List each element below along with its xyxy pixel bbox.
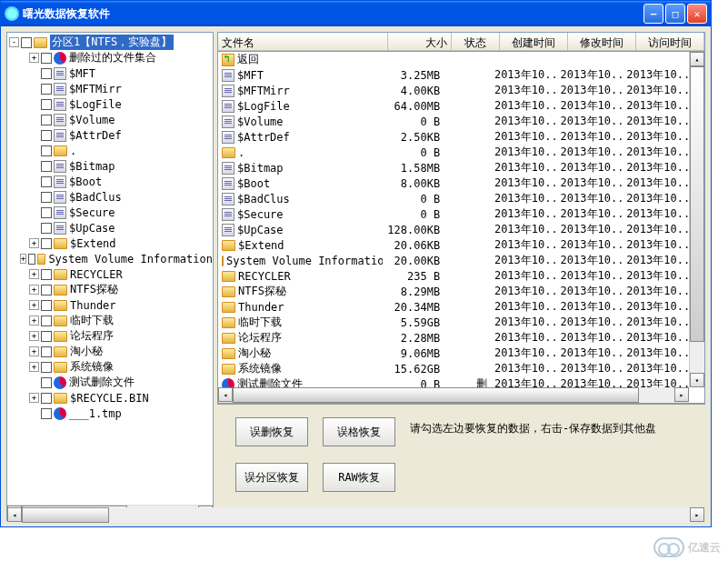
expand-icon[interactable]: + xyxy=(20,254,26,264)
scroll-left-icon[interactable]: ◂ xyxy=(218,387,233,402)
checkbox[interactable] xyxy=(41,68,52,79)
list-row[interactable]: $Volume0 B2013年10...2013年10...2013年10... xyxy=(218,114,689,129)
col-atime[interactable]: 访问时间 xyxy=(636,33,704,51)
titlebar[interactable]: 曙光数据恢复软件 — □ ✕ xyxy=(1,1,711,26)
expand-icon[interactable]: + xyxy=(29,331,39,341)
tree-item[interactable]: $MFTMirr xyxy=(7,81,213,96)
checkbox[interactable] xyxy=(41,84,52,95)
list-row[interactable]: $Bitmap1.58MB2013年10...2013年10...2013年10… xyxy=(218,160,689,175)
scroll-down-icon[interactable]: ▾ xyxy=(690,373,704,387)
list-row[interactable]: NTFS探秘8.29MB2013年10...2013年10...2013年10.… xyxy=(218,284,689,299)
checkbox[interactable] xyxy=(41,285,52,296)
checkbox[interactable] xyxy=(41,238,52,249)
tree-item[interactable]: 测试删除文件 xyxy=(7,375,213,390)
checkbox[interactable] xyxy=(41,145,52,156)
list-row[interactable]: $UpCase128.00KB2013年10...2013年10...2013年… xyxy=(218,222,689,237)
expand-icon[interactable]: + xyxy=(29,300,39,310)
tree-item[interactable]: $Bitmap xyxy=(7,158,213,174)
tree-item[interactable]: +Thunder xyxy=(7,297,213,313)
col-ctime[interactable]: 创建时间 xyxy=(500,33,568,51)
tree-item[interactable]: $AttrDef xyxy=(7,127,213,143)
scroll-up-icon[interactable]: ▴ xyxy=(690,52,704,66)
list-back-row[interactable]: 返回 xyxy=(218,52,689,67)
tree-item[interactable]: $Boot xyxy=(7,174,213,189)
checkbox[interactable] xyxy=(41,130,52,141)
list-row[interactable]: RECYCLER235 B2013年10...2013年10...2013年10… xyxy=(218,268,689,284)
tree-item[interactable]: +系统镜像 xyxy=(7,359,213,375)
tree-item[interactable]: +NTFS探秘 xyxy=(7,282,213,297)
checkbox[interactable] xyxy=(21,37,32,48)
scroll-left-icon[interactable]: ◂ xyxy=(7,507,22,522)
scroll-right-icon[interactable]: ▸ xyxy=(690,507,704,522)
tree-item[interactable]: $Secure xyxy=(7,205,213,220)
col-mtime[interactable]: 修改时间 xyxy=(568,33,636,51)
checkbox[interactable] xyxy=(41,99,52,110)
list-row[interactable]: 论坛程序2.28MB2013年10...2013年10...2013年10... xyxy=(218,330,689,346)
list-row[interactable]: 临时下载5.59GB2013年10...2013年10...2013年10... xyxy=(218,315,689,330)
list-row[interactable]: 测试删除文件0 B删2013年10...2013年10...2013年10... xyxy=(218,376,689,387)
list-row[interactable]: $AttrDef2.50KB2013年10...2013年10...2013年1… xyxy=(218,129,689,145)
list-row[interactable]: $Boot8.00KB2013年10...2013年10...2013年10..… xyxy=(218,175,689,191)
maximize-button[interactable]: □ xyxy=(665,4,685,24)
expand-icon[interactable]: + xyxy=(29,393,39,403)
expand-icon[interactable]: + xyxy=(29,269,39,279)
recover-format-button[interactable]: 误格恢复 xyxy=(323,417,395,446)
col-size[interactable]: 大小 xyxy=(388,33,451,51)
list-row[interactable]: $MFTMirr4.00KB2013年10...2013年10...2013年1… xyxy=(218,83,689,98)
checkbox[interactable] xyxy=(28,254,35,265)
checkbox[interactable] xyxy=(41,331,52,342)
tree-item[interactable]: $MFT xyxy=(7,65,213,81)
tree-item[interactable]: +删除过的文件集合 xyxy=(7,50,213,65)
expand-icon[interactable]: + xyxy=(29,285,39,295)
checkbox[interactable] xyxy=(41,316,52,326)
recover-deleted-button[interactable]: 误删恢复 xyxy=(235,417,308,446)
checkbox[interactable] xyxy=(41,346,52,357)
list-row[interactable]: $MFT3.25MB2013年10...2013年10...2013年10... xyxy=(218,67,689,83)
checkbox[interactable] xyxy=(41,223,52,234)
tree-item[interactable]: +$Extend xyxy=(7,235,213,251)
col-status[interactable]: 状态 xyxy=(452,33,500,51)
checkbox[interactable] xyxy=(41,192,52,203)
scroll-right-icon[interactable]: ▸ xyxy=(674,387,689,402)
checkbox[interactable] xyxy=(41,408,52,419)
expand-icon[interactable]: + xyxy=(29,316,39,326)
expand-icon[interactable]: + xyxy=(29,362,39,372)
tree-item[interactable]: ___1.tmp xyxy=(7,406,213,421)
tree-item[interactable]: +System Volume Information xyxy=(7,251,213,266)
list-row[interactable]: 系统镜像15.62GB2013年10...2013年10...2013年10..… xyxy=(218,361,689,376)
list-row[interactable]: $Extend20.06KB2013年10...2013年10...2013年1… xyxy=(218,237,689,253)
checkbox[interactable] xyxy=(41,161,52,172)
checkbox[interactable] xyxy=(41,176,52,187)
list-row[interactable]: $LogFile64.00MB2013年10...2013年10...2013年… xyxy=(218,98,689,114)
recover-raw-button[interactable]: RAW恢复 xyxy=(323,463,395,492)
list-scrollbar-h[interactable]: ◂ ▸ xyxy=(218,387,689,403)
list-scrollbar-v[interactable]: ▴ ▾ xyxy=(689,52,704,387)
list-row[interactable]: $Secure0 B2013年10...2013年10...2013年10... xyxy=(218,206,689,222)
tree-item[interactable]: $LogFile xyxy=(7,96,213,112)
checkbox[interactable] xyxy=(41,115,52,125)
close-button[interactable]: ✕ xyxy=(687,4,707,24)
recover-partition-button[interactable]: 误分区恢复 xyxy=(235,463,308,492)
minimize-button[interactable]: — xyxy=(643,4,663,24)
collapse-icon[interactable]: - xyxy=(9,37,19,47)
tree-item[interactable]: . xyxy=(7,143,213,158)
tree-item[interactable]: +临时下载 xyxy=(7,313,213,328)
tree-item[interactable]: +RECYCLER xyxy=(7,266,213,282)
tree-item[interactable]: $UpCase xyxy=(7,220,213,235)
tree-item[interactable]: $BadClus xyxy=(7,189,213,205)
checkbox[interactable] xyxy=(41,377,52,388)
list-row[interactable]: .0 B2013年10...2013年10...2013年10... xyxy=(218,145,689,160)
checkbox[interactable] xyxy=(41,53,52,64)
checkbox[interactable] xyxy=(41,207,52,218)
tree-item[interactable]: +论坛程序 xyxy=(7,328,213,344)
outer-scrollbar-h[interactable]: ◂ ▸ xyxy=(7,507,704,523)
list-row[interactable]: 淘小秘9.06MB2013年10...2013年10...2013年10... xyxy=(218,346,689,361)
tree-item[interactable]: +$RECYCLE.BIN xyxy=(7,390,213,406)
col-filename[interactable]: 文件名 xyxy=(218,33,388,51)
checkbox[interactable] xyxy=(41,300,52,311)
tree-item[interactable]: $Volume xyxy=(7,112,213,127)
checkbox[interactable] xyxy=(41,269,52,280)
list-row[interactable]: $BadClus0 B2013年10...2013年10...2013年10..… xyxy=(218,191,689,206)
list-row[interactable]: Thunder20.34MB2013年10...2013年10...2013年1… xyxy=(218,299,689,315)
expand-icon[interactable]: + xyxy=(29,238,39,248)
